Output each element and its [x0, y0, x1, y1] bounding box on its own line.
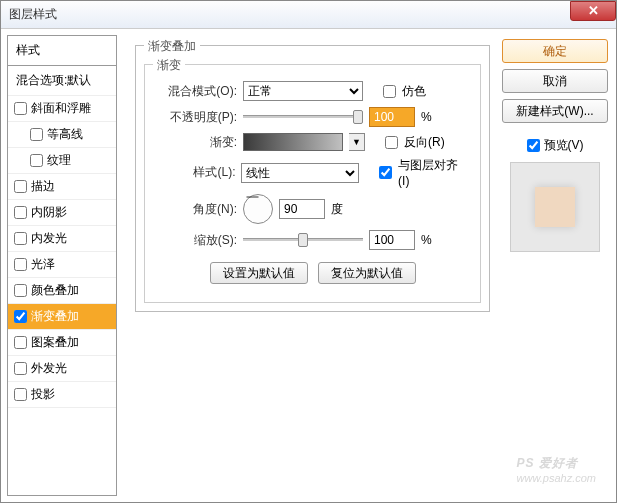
action-column: 确定 取消 新建样式(W)... 预览(V)	[500, 35, 610, 496]
style-item-checkbox[interactable]	[30, 154, 43, 167]
align-label: 与图层对齐(I)	[398, 157, 468, 188]
style-item-11[interactable]: 投影	[8, 382, 116, 408]
angle-dial[interactable]	[243, 194, 273, 224]
style-item-checkbox[interactable]	[14, 206, 27, 219]
style-item-checkbox[interactable]	[14, 232, 27, 245]
style-item-label: 渐变叠加	[31, 308, 79, 325]
settings-panel: 渐变叠加 渐变 混合模式(O): 正常 仿色 不透明度(P): %	[125, 35, 500, 496]
preview-label: 预览(V)	[544, 137, 584, 154]
style-select[interactable]: 线性	[241, 163, 359, 183]
gradient-label: 渐变:	[157, 134, 237, 151]
style-item-checkbox[interactable]	[14, 336, 27, 349]
style-item-2[interactable]: 纹理	[8, 148, 116, 174]
gradient-overlay-group: 渐变叠加 渐变 混合模式(O): 正常 仿色 不透明度(P): %	[135, 45, 490, 312]
style-item-label: 颜色叠加	[31, 282, 79, 299]
style-item-5[interactable]: 内发光	[8, 226, 116, 252]
blend-mode-select[interactable]: 正常	[243, 81, 363, 101]
scale-input[interactable]	[369, 230, 415, 250]
gradient-swatch[interactable]	[243, 133, 343, 151]
style-item-label: 内发光	[31, 230, 67, 247]
title-bar: 图层样式 ✕	[1, 1, 616, 29]
style-item-label: 图案叠加	[31, 334, 79, 351]
blend-options-item[interactable]: 混合选项:默认	[8, 66, 116, 96]
close-button[interactable]: ✕	[570, 1, 616, 21]
style-item-1[interactable]: 等高线	[8, 122, 116, 148]
style-item-label: 纹理	[47, 152, 71, 169]
dialog-body: 样式 混合选项:默认 斜面和浮雕等高线纹理描边内阴影内发光光泽颜色叠加渐变叠加图…	[1, 29, 616, 502]
reverse-label: 反向(R)	[404, 134, 445, 151]
style-item-0[interactable]: 斜面和浮雕	[8, 96, 116, 122]
dither-label: 仿色	[402, 83, 426, 100]
style-item-8[interactable]: 渐变叠加	[8, 304, 116, 330]
style-item-checkbox[interactable]	[14, 258, 27, 271]
style-item-label: 描边	[31, 178, 55, 195]
inner-legend: 渐变	[153, 57, 185, 74]
style-item-label: 外发光	[31, 360, 67, 377]
cancel-button[interactable]: 取消	[502, 69, 608, 93]
opacity-unit: %	[421, 110, 432, 124]
style-item-label: 内阴影	[31, 204, 67, 221]
preview-inner	[535, 187, 575, 227]
styles-list: 样式 混合选项:默认 斜面和浮雕等高线纹理描边内阴影内发光光泽颜色叠加渐变叠加图…	[7, 35, 117, 496]
watermark: PS 爱好者 www.psahz.com	[517, 449, 596, 484]
style-item-7[interactable]: 颜色叠加	[8, 278, 116, 304]
style-item-label: 投影	[31, 386, 55, 403]
styles-header[interactable]: 样式	[8, 36, 116, 66]
style-item-checkbox[interactable]	[14, 310, 27, 323]
style-item-checkbox[interactable]	[14, 362, 27, 375]
align-checkbox[interactable]	[379, 166, 392, 179]
set-default-button[interactable]: 设置为默认值	[210, 262, 308, 284]
style-item-10[interactable]: 外发光	[8, 356, 116, 382]
style-item-checkbox[interactable]	[14, 388, 27, 401]
scale-label: 缩放(S):	[157, 232, 237, 249]
style-item-label: 光泽	[31, 256, 55, 273]
opacity-input[interactable]	[369, 107, 415, 127]
style-item-label: 等高线	[47, 126, 83, 143]
style-item-checkbox[interactable]	[14, 180, 27, 193]
style-item-checkbox[interactable]	[30, 128, 43, 141]
angle-label: 角度(N):	[157, 201, 237, 218]
gradient-group: 渐变 混合模式(O): 正常 仿色 不透明度(P): %	[144, 64, 481, 303]
reset-default-button[interactable]: 复位为默认值	[318, 262, 416, 284]
ok-button[interactable]: 确定	[502, 39, 608, 63]
window-title: 图层样式	[9, 6, 57, 23]
style-item-9[interactable]: 图案叠加	[8, 330, 116, 356]
style-item-6[interactable]: 光泽	[8, 252, 116, 278]
scale-unit: %	[421, 233, 432, 247]
layer-style-dialog: 图层样式 ✕ 样式 混合选项:默认 斜面和浮雕等高线纹理描边内阴影内发光光泽颜色…	[0, 0, 617, 503]
style-item-label: 斜面和浮雕	[31, 100, 91, 117]
reverse-checkbox[interactable]	[385, 136, 398, 149]
style-item-3[interactable]: 描边	[8, 174, 116, 200]
style-item-4[interactable]: 内阴影	[8, 200, 116, 226]
style-item-checkbox[interactable]	[14, 284, 27, 297]
preview-thumbnail	[510, 162, 600, 252]
group-legend: 渐变叠加	[144, 38, 200, 55]
preview-checkbox[interactable]	[527, 139, 540, 152]
scale-slider[interactable]	[243, 233, 363, 247]
opacity-label: 不透明度(P):	[157, 109, 237, 126]
gradient-dropdown-icon[interactable]: ▼	[349, 133, 365, 151]
angle-unit: 度	[331, 201, 343, 218]
blend-mode-label: 混合模式(O):	[157, 83, 237, 100]
style-item-checkbox[interactable]	[14, 102, 27, 115]
opacity-slider[interactable]	[243, 110, 363, 124]
angle-input[interactable]	[279, 199, 325, 219]
new-style-button[interactable]: 新建样式(W)...	[502, 99, 608, 123]
style-label: 样式(L):	[157, 164, 235, 181]
dither-checkbox[interactable]	[383, 85, 396, 98]
